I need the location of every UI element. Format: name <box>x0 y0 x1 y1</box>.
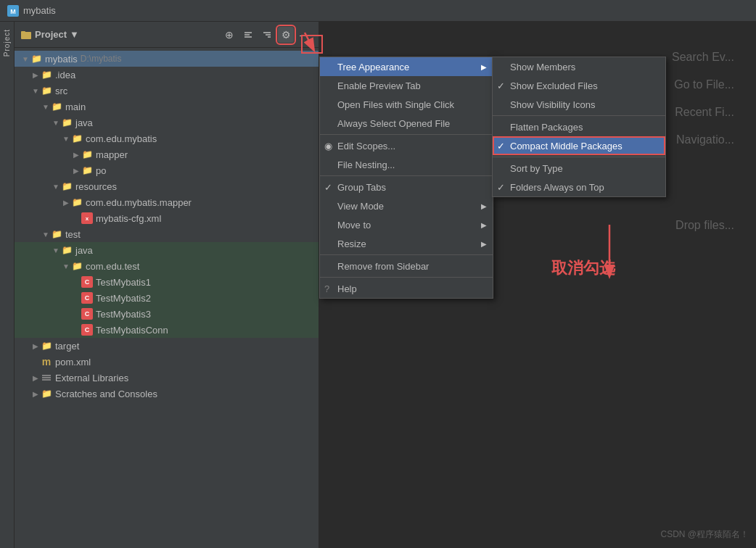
target-folder-icon: 📁 <box>41 340 52 352</box>
extlib-icon <box>41 372 52 383</box>
folders-top-check: ✓ <box>497 182 505 193</box>
list-item[interactable]: ▶ 📁 mapper <box>15 146 319 162</box>
scratches-label: Scratches and Consoles <box>55 389 157 399</box>
submenu-item-flatten[interactable]: Flatten Packages <box>493 117 665 136</box>
list-item[interactable]: ▼ 📁 java <box>15 242 319 258</box>
target-arrow: ▶ <box>30 342 41 350</box>
view-mode-label: View Mode <box>337 201 384 212</box>
list-item[interactable]: ▶ 📁 target <box>15 338 319 354</box>
menu-item-group-tabs[interactable]: ✓ Group Tabs <box>320 178 493 196</box>
help-label: Help <box>337 283 357 294</box>
menu-item-always-select[interactable]: Always Select Opened File <box>320 114 493 133</box>
list-item[interactable]: ▶ 📁 po <box>15 162 319 178</box>
list-item[interactable]: C TestMybatis2 <box>15 290 319 306</box>
com-edu-mapper-arrow: ▶ <box>61 199 71 207</box>
file-tree: ▼ 📁 mybatis D:\mybatis ▶ 📁 .idea ▼ 📁 <box>15 48 319 548</box>
resources-folder-icon: 📁 <box>61 180 73 192</box>
list-item[interactable]: x mybatis-cfg.xml <box>15 210 319 226</box>
separator-1 <box>320 134 493 135</box>
list-item[interactable]: ▼ 📁 src <box>15 83 319 99</box>
hint-search: Search Ev... <box>672 51 734 64</box>
list-item[interactable]: m pom.xml <box>15 354 319 370</box>
list-item[interactable]: C TestMybatis1 <box>15 274 319 290</box>
test-label: test <box>65 229 81 240</box>
submenu-item-sort-type[interactable]: Sort by Type <box>493 159 665 178</box>
java-test-folder-icon: 📁 <box>61 244 73 256</box>
file-nesting-label: File Nesting... <box>337 159 395 170</box>
svg-rect-10 <box>42 375 51 376</box>
menu-item-file-nesting[interactable]: File Nesting... <box>320 155 493 174</box>
main-arrow: ▼ <box>41 103 51 111</box>
submenu-item-show-visibility[interactable]: Show Visibility Icons <box>493 95 665 114</box>
list-item[interactable]: ▶ 📁 Scratches and Consoles <box>15 386 319 402</box>
move-to-arrow: ▶ <box>481 221 487 229</box>
tree-root[interactable]: ▼ 📁 mybatis D:\mybatis <box>15 51 319 67</box>
idea-folder-icon: 📁 <box>41 69 52 80</box>
menu-item-remove-sidebar[interactable]: Remove from Sidebar <box>320 257 493 275</box>
main-folder-icon: 📁 <box>51 101 62 112</box>
menu-item-enable-preview[interactable]: Enable Preview Tab <box>320 76 493 95</box>
idea-arrow: ▶ <box>30 71 41 79</box>
list-item[interactable]: ▼ 📁 resources <box>15 178 319 194</box>
submenu-item-compact[interactable]: ✓ Compact Middle Packages <box>493 136 665 155</box>
java-main-arrow: ▼ <box>51 119 61 127</box>
panel-dropdown-arrow[interactable]: ▼ <box>70 29 79 40</box>
svg-rect-11 <box>42 377 51 378</box>
extlib-arrow: ▶ <box>30 374 41 382</box>
java-main-folder-icon: 📁 <box>61 117 73 128</box>
always-select-label: Always Select Opened File <box>337 118 450 129</box>
watermark: CSDN @程序猿陌名！ <box>660 528 749 541</box>
list-item[interactable]: ▶ 📁 .idea <box>15 67 319 83</box>
tm3-icon: C <box>81 308 93 320</box>
com-edu-test-label: com.edu.test <box>86 261 139 272</box>
menu-item-move-to[interactable]: Move to ▶ <box>320 215 493 234</box>
submenu-item-show-members[interactable]: Show Members <box>493 57 665 76</box>
gear-button[interactable]: ⚙ <box>278 27 294 43</box>
resources-arrow: ▼ <box>51 183 61 191</box>
list-item[interactable]: ▶ 📁 com.edu.mybatis.mapper <box>15 194 319 210</box>
tmc-label: TestMybatisConn <box>96 325 168 336</box>
collapse-button-2[interactable] <box>259 27 275 43</box>
separator-2 <box>320 175 493 176</box>
window-title: mybatis <box>23 5 56 16</box>
list-item[interactable]: ▼ 📁 java <box>15 115 319 130</box>
expand-all-button[interactable]: ⊕ <box>221 27 237 43</box>
com-edu-folder-icon: 📁 <box>71 133 83 144</box>
group-tabs-label: Group Tabs <box>337 182 386 193</box>
list-item[interactable]: C TestMybatis3 <box>15 306 319 322</box>
move-to-label: Move to <box>337 220 371 231</box>
tm1-label: TestMybatis1 <box>96 277 151 288</box>
minimize-button[interactable]: — <box>297 27 313 43</box>
com-edu-test-arrow: ▼ <box>61 262 71 270</box>
pom-icon: m <box>41 356 52 368</box>
list-item[interactable]: ▼ 📁 test <box>15 226 319 242</box>
sidebar-strip-label: Project <box>3 29 11 57</box>
tm2-icon: C <box>81 292 93 304</box>
show-excluded-check: ✓ <box>497 80 505 91</box>
resize-arrow: ▶ <box>481 240 487 248</box>
list-item[interactable]: C TestMybatisConn <box>15 322 319 338</box>
submenu-item-show-excluded[interactable]: ✓ Show Excluded Files <box>493 76 665 95</box>
menu-item-open-single-click[interactable]: Open Files with Single Click <box>320 95 493 114</box>
show-members-label: Show Members <box>510 62 575 72</box>
menu-item-help[interactable]: ? Help <box>320 279 493 298</box>
list-item[interactable]: ▼ 📁 com.edu.test <box>15 258 319 274</box>
list-item[interactable]: ▶ External Libraries <box>15 370 319 386</box>
list-item[interactable]: ▼ 📁 com.edu.mybatis <box>15 130 319 146</box>
svg-text:M: M <box>10 8 16 15</box>
submenu-separator-1 <box>493 115 665 116</box>
menu-item-edit-scopes[interactable]: ◉ Edit Scopes... <box>320 136 493 155</box>
collapse-button-1[interactable] <box>240 27 256 43</box>
com-edu-label: com.edu.mybatis <box>86 133 157 144</box>
svg-rect-12 <box>42 379 51 381</box>
enable-preview-label: Enable Preview Tab <box>337 80 421 91</box>
tm3-label: TestMybatis3 <box>96 309 151 320</box>
menu-item-resize[interactable]: Resize ▶ <box>320 234 493 253</box>
java-main-label: java <box>75 117 93 128</box>
list-item[interactable]: ▼ 📁 main <box>15 99 319 115</box>
menu-item-view-mode[interactable]: View Mode ▶ <box>320 196 493 215</box>
hint-goto: Go to File... <box>674 78 734 91</box>
submenu-item-folders-top[interactable]: ✓ Folders Always on Top <box>493 178 665 196</box>
menu-item-tree-appearance[interactable]: Tree Appearance ▶ <box>320 57 493 76</box>
com-edu-mapper-label: com.edu.mybatis.mapper <box>86 197 192 208</box>
